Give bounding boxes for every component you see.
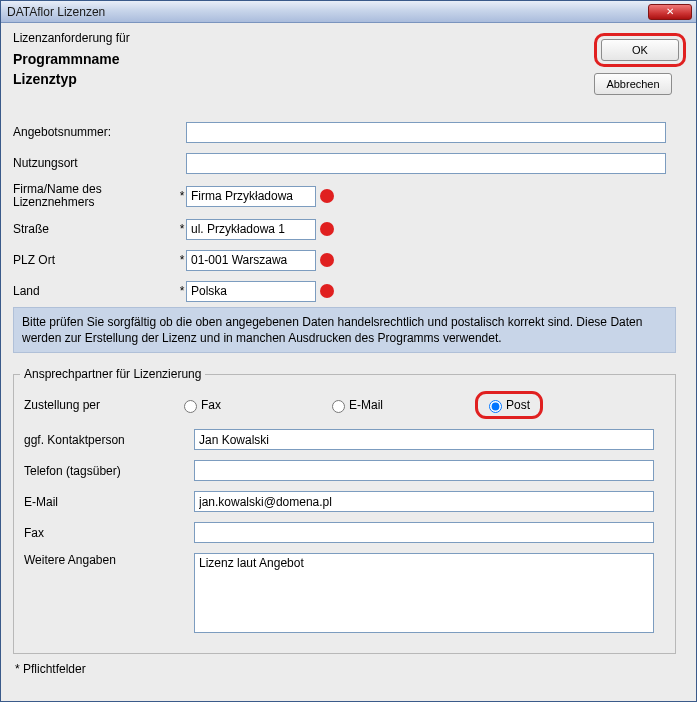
request-for-label: Lizenzanforderung für xyxy=(13,31,594,45)
offer-number-label: Angebotsnummer: xyxy=(13,125,178,139)
contact-person-input[interactable] xyxy=(194,429,654,450)
fax-input[interactable] xyxy=(194,522,654,543)
country-input[interactable] xyxy=(186,281,316,302)
close-button[interactable]: ✕ xyxy=(648,4,692,20)
company-input[interactable] xyxy=(186,186,316,207)
delivery-fax-option[interactable]: Fax xyxy=(179,397,327,413)
offer-number-input[interactable] xyxy=(186,122,666,143)
delivery-email-option[interactable]: E-Mail xyxy=(327,397,475,413)
ok-highlight: OK xyxy=(594,33,686,67)
delivery-fax-label: Fax xyxy=(201,398,221,412)
dialog-window: DATAflor Lizenzen ✕ Lizenzanforderung fü… xyxy=(0,0,697,702)
mandatory-note: * Pflichtfelder xyxy=(15,662,686,676)
delivery-post-option[interactable]: Post xyxy=(484,397,530,413)
delivery-post-label: Post xyxy=(506,398,530,412)
required-dot-icon xyxy=(320,253,334,267)
ok-button[interactable]: OK xyxy=(601,39,679,61)
delivery-email-radio[interactable] xyxy=(332,400,345,413)
notes-textarea[interactable] xyxy=(194,553,654,633)
street-label: Straße xyxy=(13,222,178,236)
contact-legend: Ansprechpartner für Lizenzierung xyxy=(20,367,205,381)
program-name: Programmname xyxy=(13,51,594,67)
asterisk: * xyxy=(178,222,186,236)
delivery-email-label: E-Mail xyxy=(349,398,383,412)
email-input[interactable] xyxy=(194,491,654,512)
cancel-button[interactable]: Abbrechen xyxy=(594,73,672,95)
asterisk: * xyxy=(178,284,186,298)
country-label: Land xyxy=(13,284,178,298)
notes-label: Weitere Angaben xyxy=(24,553,194,567)
delivery-post-radio[interactable] xyxy=(489,400,502,413)
phone-label: Telefon (tagsüber) xyxy=(24,464,194,478)
titlebar: DATAflor Lizenzen ✕ xyxy=(1,1,696,23)
asterisk: * xyxy=(178,253,186,267)
required-dot-icon xyxy=(320,284,334,298)
usage-location-label: Nutzungsort xyxy=(13,156,178,170)
delivery-fax-radio[interactable] xyxy=(184,400,197,413)
post-highlight: Post xyxy=(475,391,543,419)
content-area: Lizenzanforderung für Programmname Lizen… xyxy=(1,23,696,684)
license-type: Lizenztyp xyxy=(13,71,594,87)
zip-city-label: PLZ Ort xyxy=(13,253,178,267)
info-box: Bitte prüfen Sie sorgfältig ob die oben … xyxy=(13,307,676,353)
company-label: Firma/Name des Lizenznehmers xyxy=(13,183,178,209)
required-dot-icon xyxy=(320,222,334,236)
zip-city-input[interactable] xyxy=(186,250,316,271)
contact-fieldset: Ansprechpartner für Lizenzierung Zustell… xyxy=(13,367,676,654)
email-label: E-Mail xyxy=(24,495,194,509)
phone-input[interactable] xyxy=(194,460,654,481)
fax-label: Fax xyxy=(24,526,194,540)
street-input[interactable] xyxy=(186,219,316,240)
contact-person-label: ggf. Kontaktperson xyxy=(24,433,194,447)
required-dot-icon xyxy=(320,189,334,203)
usage-location-input[interactable] xyxy=(186,153,666,174)
asterisk: * xyxy=(178,189,186,203)
close-icon: ✕ xyxy=(666,6,674,17)
window-title: DATAflor Lizenzen xyxy=(7,5,648,19)
delivery-label: Zustellung per xyxy=(20,398,179,412)
